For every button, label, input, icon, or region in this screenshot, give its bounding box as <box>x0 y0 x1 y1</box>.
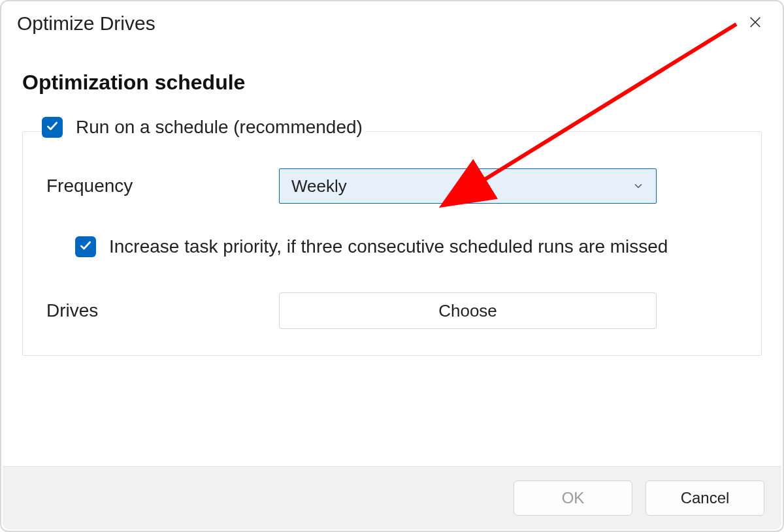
choose-drives-button-label: Choose <box>438 301 497 321</box>
run-on-schedule-checkbox[interactable] <box>42 117 63 138</box>
run-on-schedule-row: Run on a schedule (recommended) <box>42 117 367 138</box>
schedule-group-wrap: Run on a schedule (recommended) Frequenc… <box>22 131 762 356</box>
optimize-drives-dialog: Optimize Drives Optimization schedule <box>0 0 784 532</box>
dialog-footer: OK Cancel <box>3 466 781 529</box>
frequency-selected-value: Weekly <box>291 176 347 196</box>
frequency-row: Frequency Weekly <box>46 168 738 204</box>
window-title: Optimize Drives <box>17 12 155 35</box>
increase-priority-checkbox[interactable] <box>75 236 96 257</box>
dialog-content: Optimization schedule Run on a schedule … <box>1 38 783 356</box>
checkmark-icon <box>79 239 92 255</box>
section-heading: Optimization schedule <box>22 70 762 95</box>
cancel-button[interactable]: Cancel <box>645 480 764 516</box>
ok-button-label: OK <box>562 489 585 507</box>
checkmark-icon <box>46 119 59 135</box>
schedule-group: Frequency Weekly <box>22 131 762 356</box>
frequency-dropdown[interactable]: Weekly <box>279 168 657 204</box>
drives-label: Drives <box>46 300 279 321</box>
close-icon <box>748 15 762 32</box>
increase-priority-label: Increase task priority, if three consecu… <box>109 236 668 257</box>
frequency-label: Frequency <box>46 176 279 196</box>
drives-row: Drives Choose <box>46 292 738 329</box>
run-on-schedule-label: Run on a schedule (recommended) <box>76 117 363 138</box>
choose-drives-button[interactable]: Choose <box>279 292 657 329</box>
titlebar: Optimize Drives <box>1 1 783 38</box>
increase-priority-row: Increase task priority, if three consecu… <box>75 236 738 257</box>
ok-button[interactable]: OK <box>514 480 632 516</box>
cancel-button-label: Cancel <box>681 489 730 507</box>
close-button[interactable] <box>741 9 770 38</box>
chevron-down-icon <box>632 176 644 196</box>
